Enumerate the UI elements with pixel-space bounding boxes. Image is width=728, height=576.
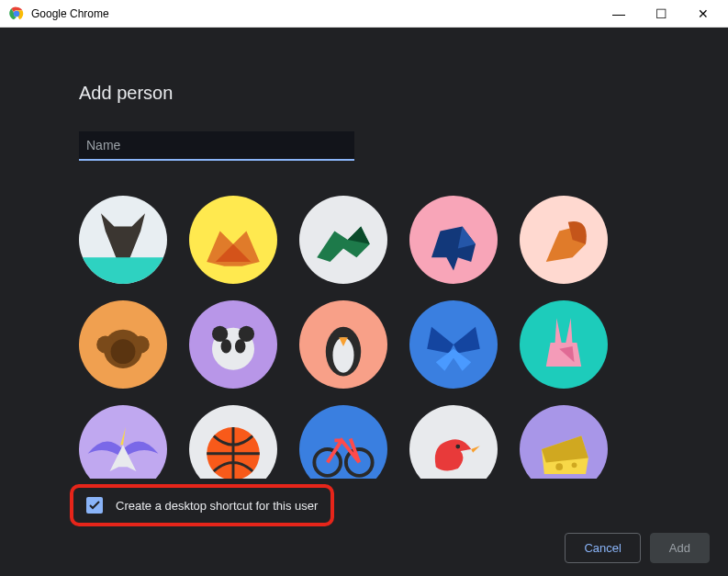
name-input[interactable] (86, 138, 347, 152)
avatar-fox[interactable] (189, 196, 277, 284)
desktop-shortcut-checkbox[interactable] (86, 497, 103, 514)
svg-rect-4 (79, 257, 167, 284)
window-controls: — ☐ ✕ (598, 0, 724, 28)
svg-point-32 (455, 445, 460, 449)
avatar-monkey[interactable] (79, 300, 167, 389)
minimize-button[interactable]: — (598, 0, 640, 28)
add-button[interactable]: Add (650, 533, 710, 563)
avatar-dragon[interactable] (299, 196, 387, 284)
dialog-content: Add person Create a desktop shortcut for… (0, 28, 728, 576)
avatar-bird[interactable] (409, 405, 498, 479)
avatar-squirrel[interactable] (520, 196, 608, 284)
avatar-bicycle[interactable] (299, 405, 387, 479)
chrome-icon (9, 6, 24, 21)
avatar-rabbit[interactable] (520, 300, 608, 389)
title-bar: Google Chrome — ☐ ✕ (0, 0, 728, 28)
avatar-penguin[interactable] (299, 300, 387, 389)
name-input-container (79, 131, 354, 161)
cancel-button[interactable]: Cancel (565, 533, 640, 563)
avatar-butterfly[interactable] (409, 300, 498, 389)
avatar-cat[interactable] (79, 196, 167, 284)
maximize-button[interactable]: ☐ (640, 0, 682, 28)
avatar-panda[interactable] (189, 300, 277, 389)
svg-point-18 (221, 339, 232, 353)
dialog-heading: Add person (79, 83, 728, 104)
avatar-unicorn[interactable] (79, 405, 167, 479)
avatar-scroll[interactable] (79, 196, 650, 479)
avatar-cheese[interactable] (520, 405, 608, 479)
avatar-grid (79, 196, 646, 479)
svg-point-34 (555, 463, 563, 470)
svg-point-13 (111, 339, 136, 364)
avatar-basketball[interactable] (189, 405, 277, 479)
svg-point-35 (572, 462, 577, 468)
desktop-shortcut-label: Create a desktop shortcut for this user (116, 499, 318, 513)
close-button[interactable]: ✕ (682, 0, 724, 28)
avatar-elephant[interactable] (409, 196, 498, 284)
window-title: Google Chrome (31, 7, 598, 20)
svg-point-19 (235, 339, 246, 353)
desktop-shortcut-option: Create a desktop shortcut for this user (70, 484, 334, 526)
dialog-buttons: Cancel Add (565, 533, 710, 563)
svg-rect-5 (189, 196, 277, 284)
